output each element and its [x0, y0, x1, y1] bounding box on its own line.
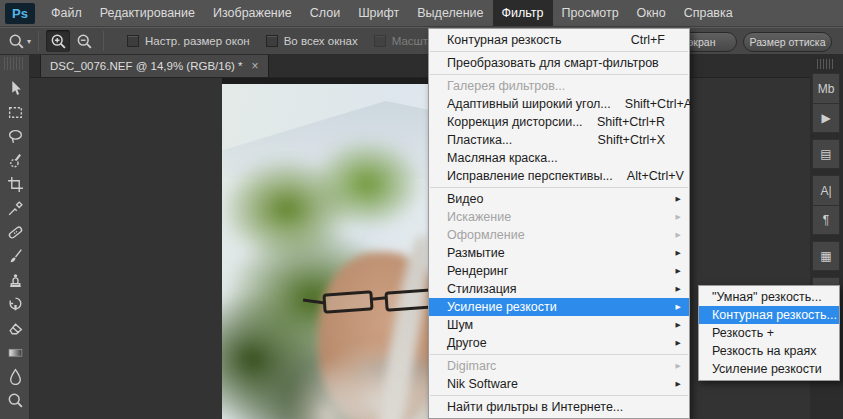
zoom-in-icon: [50, 33, 67, 50]
paragraph-panel-icon: ¶: [823, 213, 829, 227]
menubar-item-Окно[interactable]: Окно: [628, 0, 675, 26]
toolbox-grip[interactable]: [4, 57, 25, 70]
checkbox-icon[interactable]: [266, 35, 278, 47]
menubar-item-Шрифт[interactable]: Шрифт: [349, 0, 408, 26]
eraser-tool-button[interactable]: [0, 316, 30, 340]
menubar-item-Редактирование[interactable]: Редактирование: [91, 0, 204, 26]
menu-item-label: Рендеринг: [447, 264, 665, 278]
mini-bridge-panel-button[interactable]: Mb: [812, 73, 840, 103]
menu-item-shortcut: Shift+Ctrl+X: [598, 133, 665, 147]
menu-item-row[interactable]: Усиление резкости▶: [429, 298, 689, 316]
menu-item-row[interactable]: Резкость на краях: [699, 342, 839, 360]
menubar-item-Выделение[interactable]: Выделение: [408, 0, 492, 26]
menu-item-row[interactable]: Шум▶: [429, 316, 689, 334]
menu-item-row[interactable]: Резкость +: [699, 324, 839, 342]
clone-stamp-tool-button[interactable]: [0, 268, 30, 292]
menubar-item-Слои[interactable]: Слои: [301, 0, 349, 26]
menubar-item-Справка[interactable]: Справка: [675, 0, 742, 26]
zoom-tool-button[interactable]: [0, 388, 30, 412]
zoom-out-button[interactable]: [72, 30, 96, 52]
menu-item-row[interactable]: Усиление резкости: [699, 360, 839, 378]
history-brush-tool-button[interactable]: [0, 292, 30, 316]
submenu-arrow-icon: ▶: [675, 339, 680, 347]
menu-item-label: Исправление перспективы...: [447, 169, 613, 183]
menu-separator: [430, 354, 688, 355]
menu-item-label: Усиление резкости: [712, 362, 829, 376]
timeline-panel-button[interactable]: ▦: [812, 241, 840, 271]
current-tool-button[interactable]: ▾: [8, 33, 31, 50]
close-icon[interactable]: ×: [252, 59, 259, 73]
menu-item-row[interactable]: Другое▶: [429, 334, 689, 352]
menu-item-row[interactable]: Найти фильтры в Интернете...: [429, 398, 689, 416]
menu-item-label: Digimarc: [447, 359, 665, 373]
checkbox-icon: [374, 35, 386, 47]
options-bar: ▾ Настр. размер оконВо всех окнахМасшт. …: [0, 27, 843, 55]
eraser-tool-icon: [7, 320, 24, 337]
document-tab[interactable]: DSC_0076.NEF @ 14,9% (RGB/16) * ×: [40, 54, 269, 77]
clone-stamp-tool-icon: [7, 272, 24, 289]
menubar: Ps ФайлРедактированиеИзображениеСлоиШриф…: [0, 0, 843, 27]
zoom-tool-icon: [8, 33, 25, 50]
chevron-down-icon: ▾: [27, 37, 31, 46]
menu-item-label: Пластика...: [447, 133, 584, 147]
lasso-tool-button[interactable]: [0, 124, 30, 148]
menu-item-row[interactable]: Размытие▶: [429, 244, 689, 262]
eyedropper-tool-button[interactable]: [0, 196, 30, 220]
brush-tool-button[interactable]: [0, 244, 30, 268]
tab-bar: DSC_0076.NEF @ 14,9% (RGB/16) * ×: [30, 55, 810, 78]
menu-item-label: Резкость на краях: [712, 344, 829, 358]
menu-separator: [430, 187, 688, 188]
menu-item-label: Nik Software: [447, 377, 665, 391]
menu-item-row[interactable]: Коррекция дисторсии...Shift+Ctrl+R: [429, 113, 689, 131]
quick-selection-tool-button[interactable]: [0, 148, 30, 172]
menu-item-row[interactable]: Адаптивный широкий угол...Shift+Ctrl+A: [429, 95, 689, 113]
menu-item-row: Digimarc▶: [429, 357, 689, 375]
document-tab-title: DSC_0076.NEF @ 14,9% (RGB/16) *: [50, 60, 243, 72]
panel-dock-grip[interactable]: [817, 59, 835, 69]
menu-item-row[interactable]: Контурная резкостьCtrl+F: [429, 31, 689, 49]
healing-brush-tool-icon: [7, 224, 24, 241]
gradient-tool-icon: [7, 344, 24, 361]
menu-item-row[interactable]: Масляная краска...: [429, 149, 689, 167]
marquee-tool-button[interactable]: [0, 100, 30, 124]
options-button-1[interactable]: Размер оттиска: [743, 32, 832, 52]
menu-item-row[interactable]: Преобразовать для смарт-фильтров: [429, 54, 689, 72]
brush-tool-icon: [7, 248, 24, 265]
character-panel-button[interactable]: A|: [812, 175, 840, 205]
menu-item-row[interactable]: Видео▶: [429, 190, 689, 208]
menu-item-label: Резкость +: [712, 326, 829, 340]
photoshop-window: Ps ФайлРедактированиеИзображениеСлоиШриф…: [0, 0, 843, 419]
marquee-tool-icon: [7, 104, 24, 121]
menu-item-row[interactable]: Стилизация▶: [429, 280, 689, 298]
quick-selection-tool-icon: [7, 152, 24, 169]
menubar-item-Просмотр[interactable]: Просмотр: [553, 0, 628, 26]
menu-separator: [430, 395, 688, 396]
crop-tool-button[interactable]: [0, 172, 30, 196]
menu-item-row[interactable]: Исправление перспективы...Alt+Ctrl+V: [429, 167, 689, 185]
zoom-in-button[interactable]: [46, 30, 70, 52]
menu-item-row[interactable]: Рендеринг▶: [429, 262, 689, 280]
menu-item-row[interactable]: "Умная" резкость...: [699, 288, 839, 306]
healing-brush-tool-button[interactable]: [0, 220, 30, 244]
move-tool-icon: [7, 80, 24, 97]
zoom-tool-icon: [7, 392, 24, 409]
menubar-item-Файл[interactable]: Файл: [42, 0, 91, 26]
blur-tool-button[interactable]: [0, 364, 30, 388]
menu-item-row[interactable]: Контурная резкость...: [699, 306, 839, 324]
timeline-panel-icon: ▦: [820, 249, 831, 263]
menubar-item-Фильтр[interactable]: Фильтр: [493, 0, 553, 26]
gradient-tool-button[interactable]: [0, 340, 30, 364]
menu-item-label: Контурная резкость...: [712, 308, 837, 322]
menubar-item-Изображение[interactable]: Изображение: [204, 0, 301, 26]
clone-source-panel-button[interactable]: ▤: [812, 139, 840, 169]
actions-panel-button[interactable]: ▶: [812, 103, 840, 133]
menu-item-row[interactable]: Nik Software▶: [429, 375, 689, 393]
move-tool-button[interactable]: [0, 76, 30, 100]
toolbox: [0, 55, 30, 419]
paragraph-panel-button[interactable]: ¶: [812, 205, 840, 235]
menu-item-shortcut: Alt+Ctrl+V: [627, 169, 684, 183]
submenu-arrow-icon: ▶: [675, 213, 680, 221]
menu-item-row[interactable]: Пластика...Shift+Ctrl+X: [429, 131, 689, 149]
checkbox-icon[interactable]: [127, 35, 139, 47]
menu-separator: [430, 74, 688, 75]
